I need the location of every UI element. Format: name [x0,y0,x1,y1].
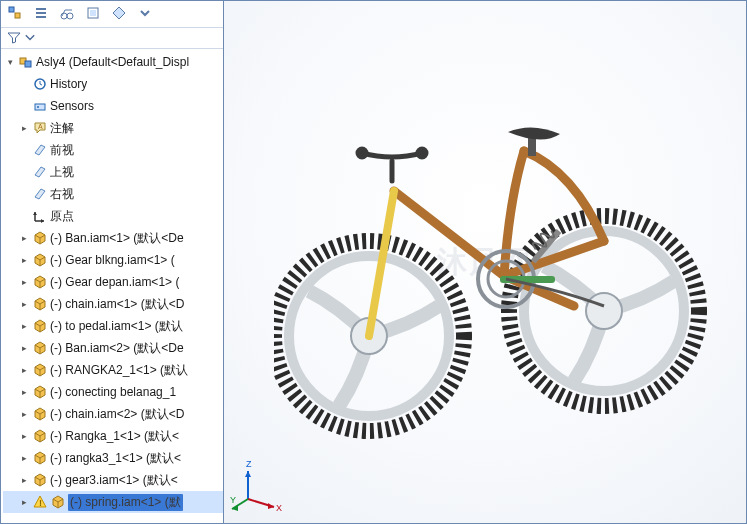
plane-icon [32,142,48,158]
part-icon [32,296,48,312]
tree-item-label: (-) to pedal.iam<1> (默认 [50,318,183,335]
axis-z-label: Z [246,459,252,469]
tree-item[interactable]: ▸(-) Ban.iam<2> (默认<De [3,337,223,359]
tree-item-label: 原点 [50,208,74,225]
part-icon [32,274,48,290]
feature-tree-panel: ▾ Asly4 (Default<Default_Displ HistorySe… [1,1,224,523]
svg-rect-1 [15,13,20,18]
tree-item-label: History [50,77,87,91]
tree-item-label: 右视 [50,186,74,203]
svg-point-10 [37,106,39,108]
tree-item[interactable]: ▸(-) Ban.iam<1> (默认<De [3,227,223,249]
expand-toggle[interactable] [19,101,30,112]
axis-y-label: Y [230,495,236,505]
expand-toggle[interactable] [19,79,30,90]
plane-icon [32,186,48,202]
expand-toggle[interactable]: ▸ [19,431,30,442]
expand-toggle[interactable]: ▸ [19,453,30,464]
part-icon [32,428,48,444]
assembly-icon [18,54,34,70]
part-icon [32,340,48,356]
tree-item[interactable]: ▸(-) Gear depan.iam<1> ( [3,271,223,293]
part-icon [50,494,66,510]
tree-item[interactable]: 前视 [3,139,223,161]
tab-motion-icon[interactable] [56,2,78,24]
tree-item-label: (-) Ban.iam<2> (默认<De [50,340,184,357]
model-bicycle[interactable] [274,81,714,441]
tree-item-label: (-) Gear depan.iam<1> ( [50,275,179,289]
tab-assembly-icon[interactable] [4,2,26,24]
tree-item[interactable]: Sensors [3,95,223,117]
svg-point-3 [67,13,73,19]
tab-config-icon[interactable] [82,2,104,24]
expand-toggle[interactable]: ▸ [19,277,30,288]
tree-item-label: (-) spring.iam<1> (默 [68,494,183,511]
tree-item-label: (-) chain.iam<2> (默认<D [50,406,184,423]
tree-item[interactable]: ▸(-) rangka3_1<1> (默认< [3,447,223,469]
expand-toggle[interactable]: ▸ [19,497,30,508]
graphics-viewport[interactable]: 沐风网 [224,1,746,523]
svg-point-23 [358,149,366,157]
tree-item[interactable]: ▸(-) Rangka_1<1> (默认< [3,425,223,447]
tree-item[interactable]: ▸A注解 [3,117,223,139]
svg-rect-9 [35,104,45,110]
expand-toggle[interactable] [19,211,30,222]
tree-item[interactable]: ▸(-) RANGKA2_1<1> (默认 [3,359,223,381]
part-icon [32,318,48,334]
tree-item[interactable]: ▸(-) chain.iam<1> (默认<D [3,293,223,315]
tree-item-label: (-) Gear blkng.iam<1> ( [50,253,175,267]
orientation-triad[interactable]: Z X Y [228,457,288,517]
feature-tree[interactable]: ▾ Asly4 (Default<Default_Displ HistorySe… [1,49,223,523]
expand-toggle[interactable]: ▸ [19,365,30,376]
tab-list-icon[interactable] [30,2,52,24]
expand-toggle[interactable]: ▸ [19,409,30,420]
expand-toggle[interactable]: ▸ [19,475,30,486]
tree-item[interactable]: ▸(-) chain.iam<2> (默认<D [3,403,223,425]
tree-item[interactable]: ▸(-) conecting belanag_1 [3,381,223,403]
tree-item[interactable]: ▸!(-) spring.iam<1> (默 [3,491,223,513]
expand-toggle[interactable]: ▸ [19,233,30,244]
expand-toggle[interactable]: ▸ [19,255,30,266]
tab-dropdown-icon[interactable] [134,2,156,24]
tree-filter[interactable] [1,27,223,49]
sensors-icon [32,98,48,114]
expand-toggle[interactable]: ▸ [19,299,30,310]
tree-item[interactable]: ▸(-) Gear blkng.iam<1> ( [3,249,223,271]
history-icon [32,76,48,92]
tree-root[interactable]: ▾ Asly4 (Default<Default_Displ [3,51,223,73]
expand-toggle[interactable]: ▸ [19,321,30,332]
chevron-down-icon [23,31,37,45]
tab-display-icon[interactable] [108,2,130,24]
expand-toggle[interactable] [19,145,30,156]
tree-item[interactable]: ▸(-) to pedal.iam<1> (默认 [3,315,223,337]
part-icon [32,252,48,268]
expand-toggle[interactable] [19,189,30,200]
part-icon [32,472,48,488]
expand-toggle[interactable] [19,167,30,178]
tree-item[interactable]: ▸(-) gear3.iam<1> (默认< [3,469,223,491]
plane-icon [32,164,48,180]
part-icon [32,384,48,400]
tree-item[interactable]: 右视 [3,183,223,205]
svg-point-2 [61,13,67,19]
expand-toggle[interactable]: ▾ [5,57,16,68]
svg-rect-0 [9,7,14,12]
tree-item-label: 前视 [50,142,74,159]
tree-item-label: 上视 [50,164,74,181]
expand-toggle[interactable]: ▸ [19,387,30,398]
tree-item[interactable]: History [3,73,223,95]
tree-item[interactable]: 原点 [3,205,223,227]
svg-point-15 [586,293,622,329]
part-icon [32,406,48,422]
expand-toggle[interactable]: ▸ [19,343,30,354]
tree-item[interactable]: 上视 [3,161,223,183]
part-icon [32,362,48,378]
tree-item-label: (-) Ban.iam<1> (默认<De [50,230,184,247]
tree-item-label: 注解 [50,120,74,137]
tree-item-label: (-) Rangka_1<1> (默认< [50,428,179,445]
tree-item-label: (-) chain.iam<1> (默认<D [50,296,184,313]
expand-toggle[interactable]: ▸ [19,123,30,134]
tree-item-label: (-) RANGKA2_1<1> (默认 [50,362,188,379]
svg-rect-7 [25,61,31,67]
tree-item-label: (-) conecting belanag_1 [50,385,176,399]
